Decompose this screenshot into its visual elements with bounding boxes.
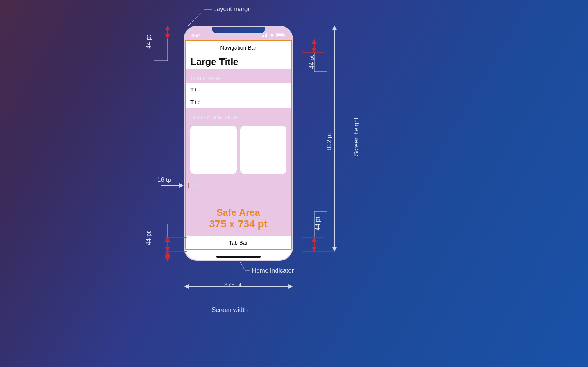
leader-layout-margin xyxy=(188,9,212,26)
elbow-tab-right xyxy=(314,211,327,237)
elbow-status-left xyxy=(154,39,168,61)
elbow-nav-right xyxy=(314,53,327,72)
elbow-home-left xyxy=(154,224,168,237)
leader-home-indicator xyxy=(239,259,250,270)
